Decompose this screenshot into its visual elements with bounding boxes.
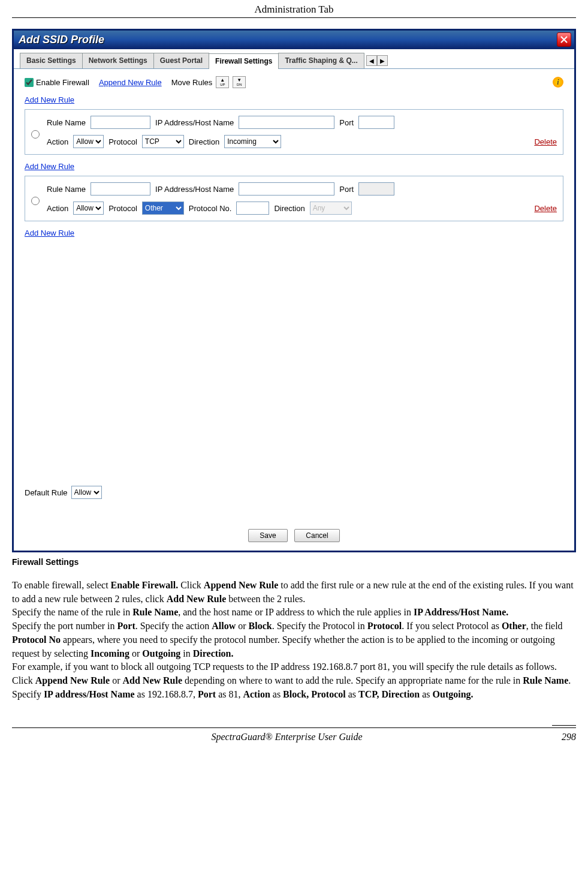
enable-firewall-label: Enable Firewall	[36, 78, 89, 87]
enable-firewall-label-wrapper[interactable]: Enable Firewall	[25, 78, 89, 87]
add-new-rule-link-2[interactable]: Add New Rule	[25, 162, 74, 171]
arrow-up-icon: ▲	[220, 78, 225, 83]
title-bar: Add SSID Profile	[14, 31, 574, 49]
close-button[interactable]	[557, 32, 571, 47]
protocol-label: Protocol	[108, 137, 137, 146]
action-label-2: Action	[47, 204, 68, 213]
action-select-2[interactable]: Allow	[73, 202, 104, 215]
direction-select-2: Any	[310, 202, 352, 215]
direction-label-2: Direction	[274, 204, 304, 213]
protocol-select-1[interactable]: TCP	[142, 135, 184, 148]
save-button[interactable]: Save	[248, 529, 287, 542]
tab-scroll-left-button[interactable]: ◀	[366, 55, 377, 66]
rule-name-input-2[interactable]	[91, 182, 150, 196]
ip-host-input-2[interactable]	[239, 182, 334, 196]
rule-name-label-2: Rule Name	[47, 185, 86, 194]
arrow-down-icon: ▼	[237, 78, 242, 83]
tab-strip: Basic Settings Network Settings Guest Po…	[14, 49, 574, 69]
port-input-1[interactable]	[358, 116, 394, 129]
dialog-window: Add SSID Profile Basic Settings Network …	[12, 29, 576, 552]
protocol-label-2: Protocol	[108, 204, 137, 213]
page-footer: SpectraGuard® Enterprise User Guide 298	[12, 727, 576, 752]
add-new-rule-link-3[interactable]: Add New Rule	[25, 228, 74, 237]
cancel-button[interactable]: Cancel	[294, 529, 339, 542]
tab-guest-portal[interactable]: Guest Portal	[153, 53, 209, 68]
tab-scroll-right-button[interactable]: ▶	[377, 55, 388, 66]
port-input-2	[358, 182, 394, 196]
move-up-button[interactable]: ▲UP	[216, 76, 229, 88]
rule-select-radio-1[interactable]	[31, 130, 40, 139]
direction-select-1[interactable]: Incoming	[224, 135, 281, 148]
delete-link-1[interactable]: Delete	[534, 137, 557, 146]
delete-link-2[interactable]: Delete	[534, 204, 557, 213]
chevron-left-icon: ◀	[369, 58, 374, 64]
rule-fieldset-1: Rule Name IP Address/Host Name Port Acti…	[25, 109, 563, 155]
move-rules-label: Move Rules	[171, 78, 213, 87]
ip-host-input-1[interactable]	[239, 116, 334, 129]
ip-host-label: IP Address/Host Name	[155, 118, 234, 127]
ip-host-label-2: IP Address/Host Name	[155, 185, 234, 194]
protocol-no-label: Protocol No.	[189, 204, 232, 213]
page-header-title: Administration Tab	[12, 0, 576, 18]
default-rule-label: Default Rule	[25, 488, 68, 497]
footer-page-number: 298	[562, 732, 576, 742]
action-select-1[interactable]: Allow	[73, 135, 104, 148]
info-icon[interactable]: i	[553, 77, 563, 88]
protocol-select-2[interactable]: Other	[142, 202, 184, 215]
rule-fieldset-2: Rule Name IP Address/Host Name Port Acti…	[25, 176, 563, 221]
enable-firewall-checkbox[interactable]	[25, 78, 34, 87]
document-body-text: To enable firewall, select Enable Firewa…	[12, 579, 576, 701]
action-label: Action	[47, 137, 68, 146]
tab-traffic-shaping[interactable]: Traffic Shaping & Q...	[278, 53, 364, 68]
port-label-2: Port	[339, 185, 354, 194]
move-down-button[interactable]: ▼DN	[233, 76, 246, 88]
footer-guide-name: SpectraGuard® Enterprise User Guide	[212, 732, 363, 742]
empty-scroll-area	[14, 240, 574, 480]
tab-basic-settings[interactable]: Basic Settings	[20, 53, 83, 68]
add-new-rule-link-1[interactable]: Add New Rule	[25, 95, 74, 104]
default-rule-select[interactable]: Allow	[71, 486, 102, 499]
rule-select-radio-2[interactable]	[31, 197, 40, 205]
rule-name-input-1[interactable]	[91, 116, 150, 129]
port-label: Port	[339, 118, 354, 127]
rule-name-label: Rule Name	[47, 118, 86, 127]
chevron-right-icon: ▶	[380, 58, 385, 64]
append-new-rule-link[interactable]: Append New Rule	[99, 78, 162, 87]
window-title: Add SSID Profile	[19, 34, 104, 46]
tab-firewall-settings[interactable]: Firewall Settings	[209, 53, 279, 69]
close-icon	[560, 35, 568, 44]
tab-network-settings[interactable]: Network Settings	[82, 53, 154, 68]
figure-caption: Firewall Settings	[12, 552, 576, 579]
direction-label: Direction	[189, 137, 219, 146]
protocol-no-input[interactable]	[236, 202, 269, 215]
